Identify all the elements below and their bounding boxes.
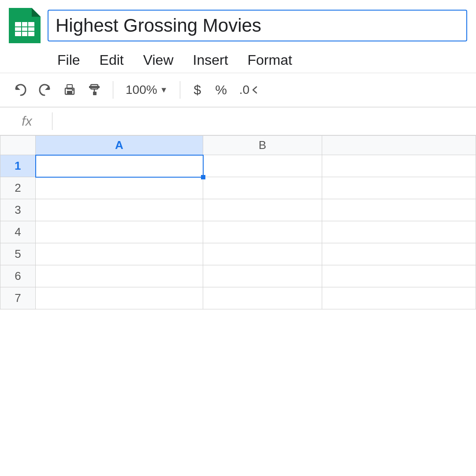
cell-b7[interactable] [203,287,322,309]
percent-format-button[interactable]: % [209,80,233,100]
sheets-logo [9,8,41,43]
paint-format-icon [87,83,101,97]
menubar: File Edit View Insert Format [0,48,476,73]
grid-table: A B 1 2 [0,135,476,309]
svg-marker-8 [16,86,20,90]
cell-b6[interactable] [203,265,322,287]
decimal-label: .0 [239,83,249,97]
table-row: 3 [0,199,476,221]
cell-c4[interactable] [322,221,476,243]
cell-b2[interactable] [203,177,322,199]
cell-c1[interactable] [322,155,476,177]
menu-edit[interactable]: Edit [91,49,133,71]
print-button[interactable] [58,78,81,101]
row-number-7: 7 [0,287,36,309]
formula-input[interactable] [58,115,469,128]
cell-b1[interactable] [203,155,322,177]
cell-b5[interactable] [203,243,322,265]
zoom-dropdown-arrow: ▼ [160,86,168,95]
table-row: 1 [0,155,476,177]
toolbar-divider-1 [113,81,113,99]
svg-rect-11 [67,91,72,94]
column-header-c[interactable] [322,136,476,155]
menu-view[interactable]: View [134,49,182,71]
row-number-6: 6 [0,265,36,287]
cell-a6[interactable] [36,265,203,287]
cell-a7[interactable] [36,287,203,309]
undo-icon [13,83,27,97]
corner-header [0,136,36,155]
menu-format[interactable]: Format [239,49,301,71]
spreadsheet-grid: A B 1 2 [0,135,476,309]
svg-rect-3 [15,22,34,36]
menu-insert[interactable]: Insert [184,49,237,71]
row-number-1: 1 [0,155,36,177]
cell-a4[interactable] [36,221,203,243]
row-number-3: 3 [0,199,36,221]
header [0,0,476,48]
cell-b3[interactable] [203,199,322,221]
undo-button[interactable] [9,78,32,101]
table-row: 6 [0,265,476,287]
cell-c6[interactable] [322,265,476,287]
spreadsheet-title-input[interactable] [56,15,459,36]
svg-marker-9 [45,86,49,90]
formula-bar-divider [52,112,52,130]
column-header-a[interactable]: A [36,136,203,155]
column-header-b[interactable]: B [203,136,322,155]
row-number-2: 2 [0,177,36,199]
cell-c7[interactable] [322,287,476,309]
fx-label: fx [7,114,47,129]
formula-bar: fx [0,107,476,135]
decimal-places-button[interactable]: .0 [235,80,264,100]
percent-symbol: % [215,82,227,97]
column-header-row: A B [0,136,476,155]
row-number-4: 4 [0,221,36,243]
cell-c5[interactable] [322,243,476,265]
row-number-5: 5 [0,243,36,265]
cell-b4[interactable] [203,221,322,243]
svg-marker-2 [32,8,41,17]
toolbar-divider-2 [180,81,180,99]
zoom-label: 100% [126,83,157,97]
decrease-decimal-icon [250,85,260,95]
table-row: 5 [0,243,476,265]
cell-fill-handle[interactable] [201,175,205,179]
redo-button[interactable] [33,78,56,101]
cell-c3[interactable] [322,199,476,221]
svg-rect-17 [93,92,97,95]
paint-format-button[interactable] [83,78,106,101]
svg-point-13 [72,89,74,91]
cell-a3[interactable] [36,199,203,221]
cell-a2[interactable] [36,177,203,199]
currency-symbol: $ [193,82,201,97]
table-row: 2 [0,177,476,199]
print-icon [63,83,77,97]
cell-a1[interactable] [36,155,203,177]
table-row: 4 [0,221,476,243]
redo-icon [38,83,52,97]
currency-format-button[interactable]: $ [187,80,207,100]
table-row: 7 [0,287,476,309]
zoom-control[interactable]: 100% ▼ [120,80,173,100]
cell-c2[interactable] [322,177,476,199]
toolbar: 100% ▼ $ % .0 [0,73,476,107]
title-input-wrapper [48,10,467,41]
menu-file[interactable]: File [48,49,89,71]
svg-rect-15 [89,86,100,88]
cell-a5[interactable] [36,243,203,265]
